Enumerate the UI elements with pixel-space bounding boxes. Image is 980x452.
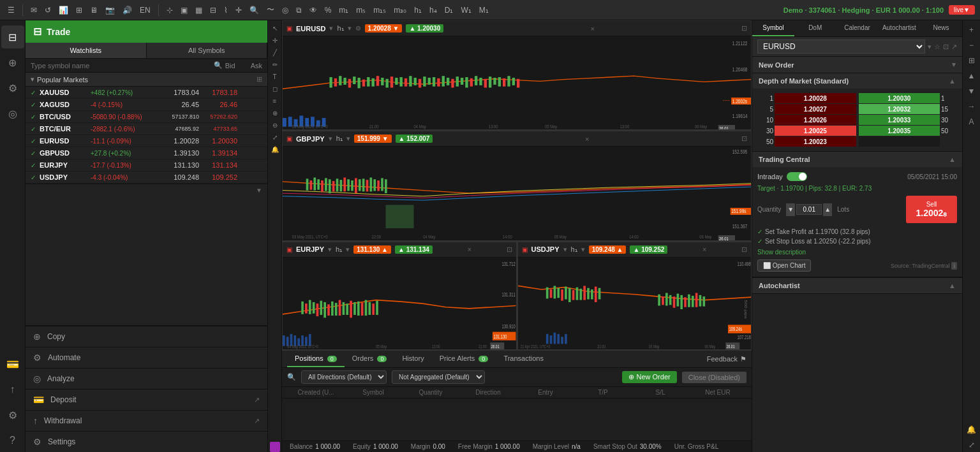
chart-usdjpy-dropdown[interactable]: ▾ — [563, 245, 567, 254]
qty-down-button[interactable]: ▼ — [786, 203, 795, 216]
feedback-button[interactable]: Feedback ⚑ — [707, 355, 746, 363]
open-chart-button[interactable]: ⬜ Open Chart — [757, 259, 811, 272]
orders-tab[interactable]: Orders 0 — [345, 351, 395, 367]
dom-bid-2[interactable]: 1.20027 — [775, 104, 856, 114]
zoom-in-right-icon[interactable]: + — [968, 23, 975, 37]
up-icon[interactable]: ▲ — [967, 69, 977, 83]
m15-icon[interactable]: m₁₅ — [371, 4, 389, 16]
w1-icon[interactable]: W₁ — [458, 4, 473, 16]
chart-gbpjpy-tf-dropdown[interactable]: ▾ — [346, 135, 350, 143]
symbol-select[interactable]: EURUSD — [757, 40, 925, 54]
info-icon[interactable]: ℹ — [951, 262, 957, 270]
circle-icon[interactable]: ◎ — [279, 4, 291, 16]
price-alerts-tab[interactable]: Price Alerts 0 — [432, 351, 496, 367]
down-icon[interactable]: ▼ — [967, 84, 977, 98]
cursor-icon[interactable]: ⊹ — [164, 4, 175, 16]
zoom-out-right-icon[interactable]: − — [968, 38, 975, 52]
dom-ask-3[interactable]: 1.20033 — [859, 115, 940, 125]
pencil-tool[interactable]: ✏ — [271, 59, 279, 70]
popular-markets-header[interactable]: ▾ Popular Markets ⊞ — [26, 73, 267, 87]
copy-nav-icon[interactable]: ⊕ — [1, 51, 24, 74]
automate-nav-icon[interactable]: ⚙ — [1, 77, 24, 99]
deposit-nav-icon[interactable]: 💳 — [1, 353, 24, 375]
all-symbols-tab[interactable]: All Symbols — [147, 43, 268, 58]
candle-icon[interactable]: ⊟ — [207, 4, 219, 16]
color-tool[interactable] — [270, 442, 280, 452]
analyze-nav-icon[interactable]: ◎ — [1, 102, 24, 125]
h1-icon[interactable]: h₁ — [412, 4, 424, 16]
text-tool[interactable]: T — [271, 71, 278, 82]
automate-tab[interactable]: ⚙ Automate — [26, 347, 267, 368]
symbol-row-gbpusd[interactable]: ✓ GBPUSD +27.8 (+0.2%) 1.39130 1.39134 — [26, 147, 267, 159]
trading-central-header[interactable]: Trading Central ▲ — [752, 152, 962, 167]
dom-bid-3[interactable]: 1.20026 — [775, 115, 856, 125]
flag-icon[interactable]: EN — [137, 4, 153, 16]
dom-header[interactable]: Depth of Market (Standard) ▲ — [752, 73, 962, 89]
symbol-dropdown-icon[interactable]: ▾ — [928, 43, 932, 51]
m30-icon[interactable]: m₃₀ — [391, 4, 409, 16]
m5-icon[interactable]: m₅ — [353, 4, 368, 16]
grid-view-icon[interactable]: ⊞ — [256, 75, 262, 84]
zoom-in-tool[interactable]: ⊕ — [271, 108, 279, 119]
refresh-icon[interactable]: ↺ — [42, 4, 54, 16]
m1-icon[interactable]: m₁ — [336, 4, 351, 16]
chart-eurjpy-close[interactable]: × — [467, 245, 471, 253]
zoom-icon[interactable]: 🔍 — [247, 4, 262, 16]
chart-eurjpy-maximize[interactable]: ⊡ — [507, 245, 512, 254]
crosshair-tool[interactable]: ✛ — [271, 35, 279, 46]
direction-filter[interactable]: All Directions (Default) — [301, 370, 387, 384]
shapes-tool[interactable]: ◻ — [271, 84, 279, 94]
dom-ask-2[interactable]: 1.20032 — [859, 104, 940, 114]
sell-button[interactable]: Sell 1.2002₈ — [906, 196, 957, 223]
tab-calendar[interactable]: Calendar — [836, 20, 879, 36]
symbol-row-eurusd[interactable]: ✓ EURUSD -11.1 (-0.09%) 1.20028 1.20030 — [26, 135, 267, 147]
star-icon[interactable]: ☆ — [934, 43, 940, 51]
chart-eurjpy-dropdown[interactable]: ▾ — [328, 245, 332, 254]
new-order-button[interactable]: ⊕ New Order — [622, 371, 676, 383]
tc-toggle[interactable] — [787, 172, 807, 181]
fib-tool[interactable]: ≡ — [271, 96, 279, 106]
chart-gbpjpy-maximize[interactable]: ⊡ — [741, 135, 747, 143]
camera-icon[interactable]: 📷 — [103, 4, 117, 16]
positions-tab[interactable]: Positions 0 — [287, 351, 345, 367]
chart-icon[interactable]: 📊 — [56, 4, 71, 16]
help-nav-icon[interactable]: ? — [1, 429, 24, 452]
trade-nav-icon[interactable]: ⊟ — [1, 26, 24, 48]
dom-ask-4[interactable]: 1.20035 — [859, 126, 940, 136]
email-icon[interactable]: ✉ — [28, 4, 40, 16]
right-expand-icon[interactable]: ⤢ — [967, 438, 976, 452]
bar-chart-icon[interactable]: ▦ — [193, 4, 205, 16]
history-tab[interactable]: History — [394, 351, 431, 367]
fit-icon[interactable]: ⊞ — [967, 54, 976, 68]
layout-icon[interactable]: ⊡ — [943, 43, 949, 51]
dom-bid-4[interactable]: 1.20025 — [775, 126, 856, 136]
tab-dom[interactable]: DoM — [794, 20, 836, 36]
right-bell-icon[interactable]: 🔔 — [965, 423, 977, 437]
withdrawal-tab[interactable]: ↑ Withdrawal ↗ — [26, 410, 267, 431]
chart-eurusd-tf-dropdown[interactable]: ▾ — [348, 24, 352, 33]
rect-icon[interactable]: ▣ — [178, 4, 190, 16]
watchlists-tab[interactable]: Watchlists — [26, 43, 147, 58]
chart-eurusd-settings[interactable]: ⚙ — [355, 25, 361, 32]
tab-autochartist[interactable]: Autochartist — [878, 20, 920, 36]
chart-eurusd-dropdown[interactable]: ▾ — [329, 24, 333, 33]
scroll-right-icon[interactable]: → — [967, 99, 977, 113]
symbol-row-btceur[interactable]: ✓ BTC/EUR -2882.1 (-0.6%) 47685.92 47733… — [26, 123, 267, 135]
external-icon[interactable]: ↗ — [951, 43, 957, 51]
menu-icon[interactable]: ☰ — [5, 4, 17, 16]
chart-eurjpy-tf-dropdown[interactable]: ▾ — [346, 245, 350, 254]
qty-up-button[interactable]: ▲ — [823, 203, 832, 216]
symbol-row-btcusd[interactable]: ✓ BTC/USD -5080.90 (-0.88%) 57137.810 57… — [26, 111, 267, 123]
search-input[interactable] — [31, 62, 211, 69]
expand-tool[interactable]: ⤢ — [271, 132, 279, 143]
line-tool[interactable]: ╱ — [271, 47, 279, 58]
live-button[interactable]: live▼ — [949, 5, 975, 15]
qty-input[interactable] — [796, 204, 822, 215]
percent-icon[interactable]: % — [322, 4, 334, 16]
chart-eurusd-close[interactable]: × — [590, 25, 594, 33]
chart-eurusd-maximize[interactable]: ⊡ — [741, 24, 747, 33]
new-order-header[interactable]: New Order ▾ — [752, 57, 962, 73]
h4-icon[interactable]: h₄ — [427, 4, 440, 16]
withdrawal-nav-icon[interactable]: ↑ — [1, 378, 24, 401]
cursor-tool[interactable]: ↖ — [271, 23, 279, 34]
